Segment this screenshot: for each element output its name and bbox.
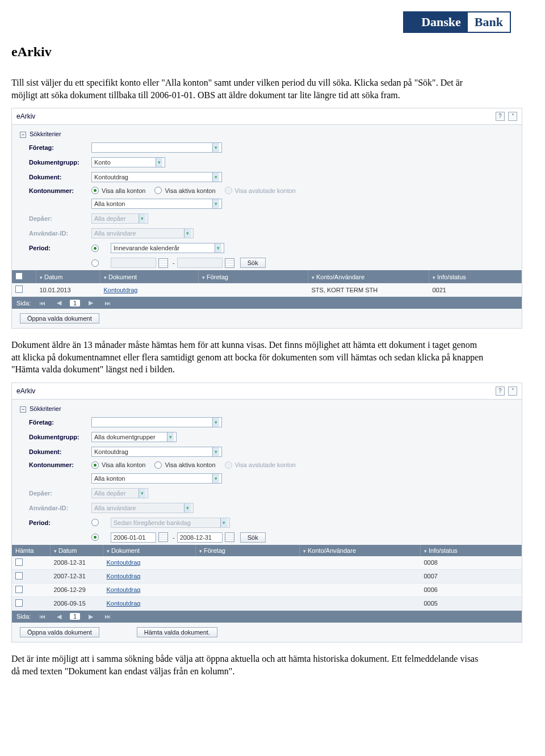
radio-period-range[interactable] [91,534,102,541]
foretag-select[interactable]: ▾ [91,417,222,427]
sok-button[interactable]: Sök [240,258,266,268]
label-dokgrupp: Dokumentgrupp: [29,434,91,440]
pager-prev[interactable]: ◀ [54,299,64,306]
collapse-icon[interactable]: ˅ [508,387,517,396]
panel-title: eArkiv [16,387,35,395]
konto-select[interactable]: Alla konton▾ [91,199,222,209]
doc-link[interactable]: Kontoutdrag [107,600,141,607]
pager: Sida: ⏮ ◀ 1 ▶ ⏭ [12,611,522,623]
fetch-selected-button[interactable]: Hämta valda dokument. [137,627,217,637]
label-anvid: Användar-ID: [29,230,91,237]
paragraph-1: Till sist väljer du ett specifikt konto … [11,77,488,101]
period-select[interactable]: Innevarande kalenderår▾ [111,243,224,253]
radio-period-range[interactable] [91,259,102,267]
pager-last[interactable]: ⏭ [102,613,114,620]
row-checkbox[interactable] [15,285,23,293]
label-foretag: Företag: [29,144,91,151]
radio-closed-konton: Visa avslutade konton [225,461,296,469]
depaer-select: Alla depåer▾ [91,488,148,498]
doc-link[interactable]: Kontoutdrag [104,287,138,293]
paragraph-3: Det är inte möjligt att i samma sökning … [11,653,488,677]
radio-all-konton[interactable]: Visa alla konton [91,461,145,469]
help-icon[interactable]: ? [496,387,505,396]
label-dokument: Dokument: [29,448,91,455]
page-title: eArkiv [11,44,522,60]
sok-button[interactable]: Sök [240,532,266,543]
pager-first[interactable]: ⏮ [36,613,48,620]
doc-link[interactable]: Kontoutdrag [107,586,141,593]
table-row: 2006-12-29 Kontoutdrag 0006 [12,583,522,597]
radio-active-konton[interactable]: Visa aktiva konton [154,461,215,469]
label-period: Period: [29,245,91,251]
pager-current: 1 [70,613,80,620]
table-row: 2006-09-15 Kontoutdrag 0005 [12,597,522,610]
calendar-icon[interactable] [225,532,234,542]
pager-current: 1 [70,300,80,306]
row-checkbox[interactable] [15,599,23,607]
doc-link[interactable]: Kontoutdrag [107,573,141,579]
dokument-select[interactable]: Kontoutdrag▾ [91,172,222,182]
label-dokgrupp: Dokumentgrupp: [29,159,91,166]
radio-all-konton[interactable]: Visa alla konton [91,187,145,194]
depaer-select: Alla depåer▾ [91,213,148,224]
foretag-select[interactable]: ▾ [91,142,222,153]
radio-active-konton[interactable]: Visa aktiva konton [154,187,215,194]
date-from[interactable]: 2006-01-01 [111,532,156,543]
label-depaer: Depåer: [29,490,91,497]
pager-last[interactable]: ⏭ [102,300,114,306]
date-to[interactable]: 2008-12-31 [177,532,223,543]
row-checkbox[interactable] [15,572,23,579]
label-konto: Kontonummer: [29,461,91,468]
anvid-select: Alla användare▾ [91,503,194,513]
open-selected-button[interactable]: Öppna valda dokument [20,627,99,637]
table-row: 2007-12-31 Kontoutdrag 0007 [12,569,522,583]
results-table: ▾Datum ▾Dokument ▾Företag ▾Konto/Använda… [12,270,522,297]
collapse-icon[interactable]: ˅ [508,112,517,121]
label-dokument: Dokument: [29,174,91,180]
calendar-icon[interactable] [158,258,168,268]
radio-period-year[interactable] [91,245,102,252]
dokgrupp-select[interactable]: Alla dokumentgrupper▾ [91,432,177,442]
label-konto: Kontonummer: [29,187,91,194]
paragraph-2: Dokument äldre än 13 månader måste hämta… [11,339,488,376]
date-from [111,258,156,268]
radio-closed-konton: Visa avslutade konton [225,187,296,194]
panel-title: eArkiv [16,112,35,120]
label-foretag: Företag: [29,419,91,426]
date-to [177,258,223,268]
radio-period-prev[interactable] [91,519,102,526]
screenshot-2: eArkiv ? ˅ −Sökkriterier Företag: ▾ Doku… [11,383,522,642]
help-icon[interactable]: ? [496,112,505,121]
brand-logo: DanskeBank [11,11,522,33]
table-row: 10.01.2013 Kontoutdrag STS, KORT TERM ST… [12,283,522,297]
open-selected-button[interactable]: Öppna valda dokument [20,313,99,324]
row-checkbox[interactable] [15,558,23,566]
select-all-checkbox[interactable] [15,272,23,280]
logo-part1: Danske [404,12,468,32]
doc-link[interactable]: Kontoutdrag [107,559,141,566]
section-sokkriterier: −Sökkriterier [12,400,522,415]
toggle-icon[interactable]: − [20,406,26,413]
calendar-icon[interactable] [225,258,234,268]
pager: Sida: ⏮ ◀ 1 ▶ ⏭ [12,297,522,309]
label-period: Period: [29,519,91,526]
results-table: Hämta ▾Datum ▾Dokument ▾Företag ▾Konto/A… [12,545,522,611]
row-checkbox[interactable] [15,586,23,593]
section-sokkriterier: −Sökkriterier [12,125,522,140]
pager-next[interactable]: ▶ [86,299,96,306]
table-row: 2008-12-31 Kontoutdrag 0008 [12,556,522,570]
label-anvid: Användar-ID: [29,505,91,511]
pager-prev[interactable]: ◀ [54,613,64,620]
logo-part2: Bank [468,12,510,32]
dokgrupp-select[interactable]: Konto▾ [91,157,165,167]
calendar-icon[interactable] [158,532,168,542]
toggle-icon[interactable]: − [20,132,26,138]
konto-select[interactable]: Alla konton▾ [91,473,222,484]
screenshot-1: eArkiv ? ˅ −Sökkriterier Företag: ▾ Doku… [11,108,522,329]
pager-first[interactable]: ⏮ [36,300,48,306]
dokument-select[interactable]: Kontoutdrag▾ [91,447,222,457]
period-prev-select: Sedan föregående bankdag▾ [111,518,230,528]
label-depaer: Depåer: [29,215,91,222]
pager-next[interactable]: ▶ [86,613,96,620]
anvid-select: Alla användare▾ [91,228,194,238]
